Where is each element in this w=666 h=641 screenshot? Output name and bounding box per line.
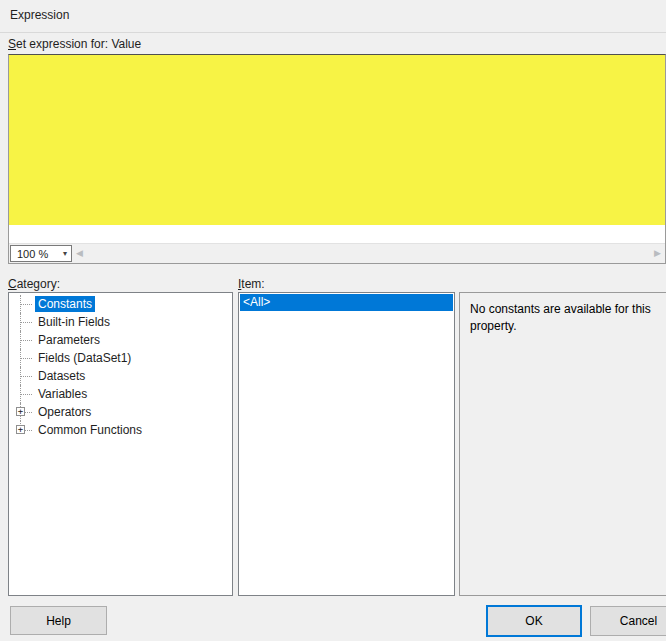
category-item-label: Parameters bbox=[35, 332, 103, 348]
category-label-rest: ategory: bbox=[17, 277, 60, 291]
zoom-select[interactable]: 100 % ▾ bbox=[10, 245, 72, 262]
category-item-parameters[interactable]: Parameters bbox=[9, 331, 232, 349]
item-list-row[interactable]: <All> bbox=[240, 294, 453, 311]
tree-connector: + bbox=[9, 403, 35, 421]
item-label-rest: tem: bbox=[241, 277, 264, 291]
item-label: Item: bbox=[238, 277, 265, 291]
tree-connector bbox=[9, 349, 35, 367]
dialog-titlebar: Expression bbox=[0, 0, 666, 33]
category-item-label: Common Functions bbox=[35, 422, 145, 438]
category-item-label: Fields (DataSet1) bbox=[35, 350, 134, 366]
horizontal-scrollbar[interactable]: ◀ ▶ bbox=[72, 245, 665, 262]
category-label: Category: bbox=[8, 277, 60, 291]
description-panel: No constants are available for this prop… bbox=[459, 292, 666, 596]
category-item-variables[interactable]: Variables bbox=[9, 385, 232, 403]
set-expression-label: Set expression for: Value bbox=[8, 37, 141, 51]
category-tree: ConstantsBuilt-in FieldsParametersFields… bbox=[8, 292, 233, 596]
category-item-operators[interactable]: +Operators bbox=[9, 403, 232, 421]
tree-connector bbox=[9, 295, 35, 313]
item-list: <All> bbox=[238, 292, 455, 596]
expand-plus-icon[interactable]: + bbox=[16, 407, 25, 416]
description-text: No constants are available for this prop… bbox=[470, 302, 651, 333]
tree-connector bbox=[9, 367, 35, 385]
editor-status-bar: 100 % ▾ ◀ ▶ bbox=[9, 243, 665, 263]
category-item-constants[interactable]: Constants bbox=[9, 295, 232, 313]
expression-segment bbox=[9, 55, 665, 225]
expression-code-input[interactable]: ="Total voters for city: " +"<b>" + Fiel… bbox=[9, 55, 665, 244]
cancel-button[interactable]: Cancel bbox=[590, 606, 666, 636]
category-item-fields-dataset1-[interactable]: Fields (DataSet1) bbox=[9, 349, 232, 367]
zoom-value: 100 % bbox=[11, 248, 63, 260]
category-item-label: Operators bbox=[35, 404, 94, 420]
chevron-down-icon: ▾ bbox=[63, 249, 71, 258]
category-label-accel: C bbox=[8, 277, 17, 291]
category-item-label: Constants bbox=[35, 296, 95, 312]
category-item-built-in-fields[interactable]: Built-in Fields bbox=[9, 313, 232, 331]
expand-plus-icon[interactable]: + bbox=[16, 425, 25, 434]
tree-connector: + bbox=[9, 421, 35, 439]
expression-editor: ="Total voters for city: " +"<b>" + Fiel… bbox=[8, 54, 666, 264]
category-item-datasets[interactable]: Datasets bbox=[9, 367, 232, 385]
help-button[interactable]: Help bbox=[10, 606, 107, 635]
tree-connector bbox=[9, 331, 35, 349]
tree-connector bbox=[9, 385, 35, 403]
tree-connector bbox=[9, 313, 35, 331]
set-expression-label-rest: et expression for: Value bbox=[16, 37, 141, 51]
category-item-label: Datasets bbox=[35, 368, 88, 384]
ok-button[interactable]: OK bbox=[486, 605, 582, 637]
set-expression-label-accel: S bbox=[8, 37, 16, 51]
scroll-right-icon[interactable]: ▶ bbox=[654, 248, 661, 259]
scroll-left-icon[interactable]: ◀ bbox=[76, 248, 83, 259]
dialog-title: Expression bbox=[10, 8, 69, 22]
category-item-common-functions[interactable]: +Common Functions bbox=[9, 421, 232, 439]
category-item-label: Built-in Fields bbox=[35, 314, 113, 330]
category-item-label: Variables bbox=[35, 386, 90, 402]
